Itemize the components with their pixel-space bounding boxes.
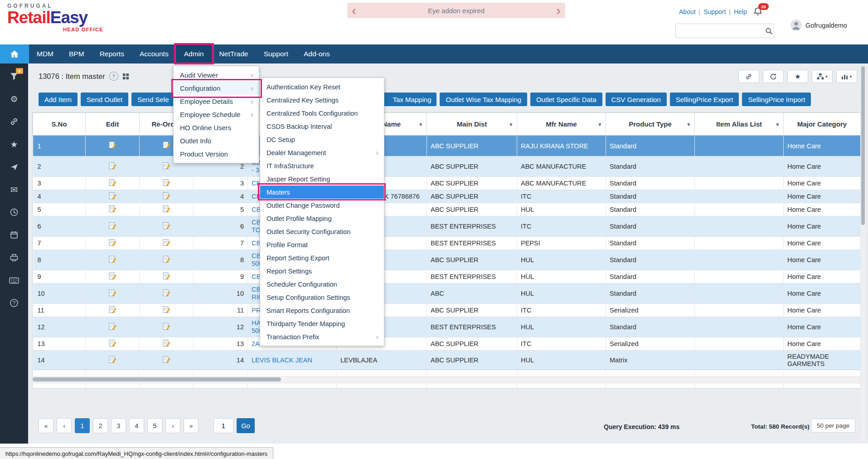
edit-document-icon[interactable] — [163, 255, 170, 264]
filter-icon[interactable]: 0 — [9, 71, 19, 82]
prev-page-button[interactable]: ‹ — [57, 418, 72, 433]
edit-document-icon[interactable] — [109, 239, 116, 247]
column-header-product-type[interactable]: Product Type▾ — [606, 113, 695, 136]
edit-document-icon[interactable] — [163, 162, 170, 170]
config-menu-item-dc-setup[interactable]: DC Setup — [260, 133, 384, 146]
edit-document-icon[interactable] — [163, 289, 170, 297]
about-link[interactable]: About — [679, 8, 696, 15]
per-page-select[interactable]: 50 per page — [811, 419, 855, 433]
nav-item-mdm[interactable]: MDM — [29, 44, 61, 63]
nav-item-add-ons[interactable]: Add-ons — [296, 44, 338, 63]
table-row[interactable]: 3 3CBABC SUPPLIERABC MANUFACTUREStandard… — [33, 177, 861, 190]
first-page-button[interactable]: « — [39, 418, 53, 433]
column-filter-icon[interactable]: ▾ — [509, 121, 512, 127]
page-button-3[interactable]: 3 — [111, 418, 126, 433]
edit-document-icon[interactable] — [163, 192, 170, 200]
edit-document-icon[interactable] — [163, 356, 170, 364]
grid-view-icon[interactable] — [122, 73, 129, 80]
admin-menu-item-audit-viewer[interactable]: Audit Viewer› — [174, 68, 259, 82]
edit-document-icon[interactable] — [163, 322, 170, 331]
edit-document-icon[interactable] — [163, 339, 170, 347]
edit-document-icon[interactable] — [109, 255, 116, 264]
edit-document-icon[interactable] — [163, 179, 170, 187]
edit-document-icon[interactable] — [163, 306, 170, 314]
send-icon[interactable] — [9, 161, 19, 172]
config-menu-item-centralized-key-settings[interactable]: Centralized Key Settings — [260, 93, 384, 107]
admin-menu-item-employee-details[interactable]: Employee Details› — [174, 95, 259, 108]
column-filter-icon[interactable]: ▾ — [776, 121, 779, 127]
action-button-send-sele[interactable]: Send Sele — [131, 93, 175, 106]
table-row[interactable]: 12 12HAL 500BEST ENTERPRISESHULStandardH… — [33, 317, 861, 337]
edit-document-icon[interactable] — [109, 205, 116, 213]
nav-item-support[interactable]: Support — [256, 44, 296, 63]
column-header-item-alias-list[interactable]: Item Alias List▾ — [695, 113, 784, 136]
page-button-2[interactable]: 2 — [93, 418, 108, 433]
config-menu-item-transaction-prefix[interactable]: Transaction Prefix› — [260, 330, 384, 343]
mail-icon[interactable]: ✉ — [9, 184, 19, 195]
action-button-outlet-wise-tax-mapping[interactable]: Outlet Wise Tax Mapping — [440, 93, 527, 106]
admin-menu-item-outlet-info[interactable]: Outlet Info — [174, 134, 259, 147]
hierarchy-view-button[interactable]: ▾ — [812, 70, 833, 83]
config-menu-item-scheduler-configuration[interactable]: Scheduler Configuration — [260, 278, 384, 291]
edit-document-icon[interactable] — [109, 356, 116, 364]
chart-view-button[interactable]: ▾ — [836, 70, 857, 83]
nav-item-admin[interactable]: Admin — [176, 44, 212, 63]
favorites-star-icon[interactable]: ★ — [9, 139, 19, 150]
admin-menu-item-ho-online-users[interactable]: HO Online Users — [174, 121, 259, 134]
nav-item-reports[interactable]: Reports — [92, 44, 132, 63]
column-filter-icon[interactable]: ▾ — [598, 121, 601, 127]
page-button-5[interactable]: 5 — [147, 418, 162, 433]
table-row[interactable]: 14 14LEVIS BLACK JEANLEVBLAJEAABC SUPPLI… — [33, 351, 861, 370]
column-header-edit[interactable]: Edit — [86, 113, 140, 136]
config-menu-item-outlet-change-password[interactable]: Outlet Change Password — [260, 199, 384, 212]
admin-menu-item-product-version[interactable]: Product Version — [174, 147, 259, 161]
config-menu-item-thirdparty-tender-mapping[interactable]: Thirdparty Tender Mapping — [260, 317, 384, 330]
config-menu-item-smart-reports-configuration[interactable]: Smart Reports Configuration — [260, 304, 384, 317]
config-menu-item-report-settings[interactable]: Report Settings — [260, 264, 384, 278]
edit-document-icon[interactable] — [163, 239, 170, 247]
table-row[interactable]: 6 6CB TOOBEST ENTERPRISESITCStandardHome… — [33, 216, 861, 237]
column-filter-icon[interactable]: ▾ — [687, 121, 690, 127]
help-link[interactable]: Help — [734, 8, 747, 15]
config-menu-item-outlet-profile-mapping[interactable]: Outlet Profile Mapping — [260, 212, 384, 225]
config-menu-item-profile-format[interactable]: Profile Format — [260, 238, 384, 251]
table-row[interactable]: 11 11PREABC SUPPLIERITCSerializedHome Ca… — [33, 304, 861, 317]
edit-document-icon[interactable] — [109, 339, 116, 347]
printer-icon[interactable] — [9, 252, 19, 263]
banner-next-icon[interactable]: › — [556, 3, 561, 18]
vertical-scrollbar-thumb[interactable] — [861, 66, 865, 225]
go-button[interactable]: Go — [237, 418, 255, 433]
help-icon[interactable]: ? — [9, 298, 19, 308]
config-menu-item-outlet-security-configuration[interactable]: Outlet Security Configuration — [260, 225, 384, 238]
admin-menu-item-configuration[interactable]: Configuration› — [174, 82, 259, 95]
favorite-button[interactable]: ★ — [787, 70, 808, 83]
config-menu-item-it-infrastructure[interactable]: IT InfraStructure — [260, 159, 384, 172]
config-menu-item-authentication-key-reset[interactable]: Authentication Key Reset — [260, 80, 384, 93]
table-row[interactable]: 9 9CBBEST ENTERPRISESHULStandardHome Car… — [33, 270, 861, 283]
action-button-csv-generation[interactable]: CSV Generation — [606, 93, 667, 106]
edit-document-icon[interactable] — [163, 205, 170, 213]
column-filter-icon[interactable]: ▾ — [419, 121, 422, 127]
table-row[interactable]: 7 7CBBEST ENTERPRISESPEPSIStandardHome C… — [33, 237, 861, 250]
edit-document-icon[interactable] — [109, 222, 116, 230]
notifications-bell[interactable]: 10 — [753, 6, 765, 17]
horizontal-scrollbar[interactable] — [32, 376, 861, 383]
table-row[interactable]: 8 8CB 500ABC SUPPLIERHULStandardHome Car… — [33, 250, 861, 270]
goto-page-input[interactable] — [213, 418, 233, 433]
edit-document-icon[interactable] — [109, 192, 116, 200]
config-menu-item-csds-backup-interval[interactable]: CSDS Backup Interval — [260, 120, 384, 133]
banner-prev-icon[interactable]: ‹ — [352, 3, 356, 18]
link-icon[interactable] — [9, 116, 19, 127]
action-button-sellingprice-import[interactable]: SellingPrice Import — [742, 93, 811, 106]
search-icon[interactable] — [765, 27, 773, 35]
config-menu-item-dealer-management[interactable]: Dealer Management› — [260, 146, 384, 159]
edit-document-icon[interactable] — [163, 141, 170, 149]
table-row[interactable]: 2 2CB - 3ABC SUPPLIERABC MANUFACTUREStan… — [33, 156, 861, 177]
edit-document-icon[interactable] — [109, 141, 116, 149]
page-button-1[interactable]: 1 — [75, 418, 90, 433]
config-menu-item-centralized-tools-configuration[interactable]: Centralized Tools Configuration — [260, 107, 384, 120]
calendar-icon[interactable] — [9, 230, 19, 240]
action-button-sellingprice-export[interactable]: SellingPrice Export — [670, 93, 739, 106]
table-row[interactable]: 4 4CB K 76786876ABC SUPPLIERITCStandardH… — [33, 190, 861, 203]
edit-document-icon[interactable] — [109, 272, 116, 280]
